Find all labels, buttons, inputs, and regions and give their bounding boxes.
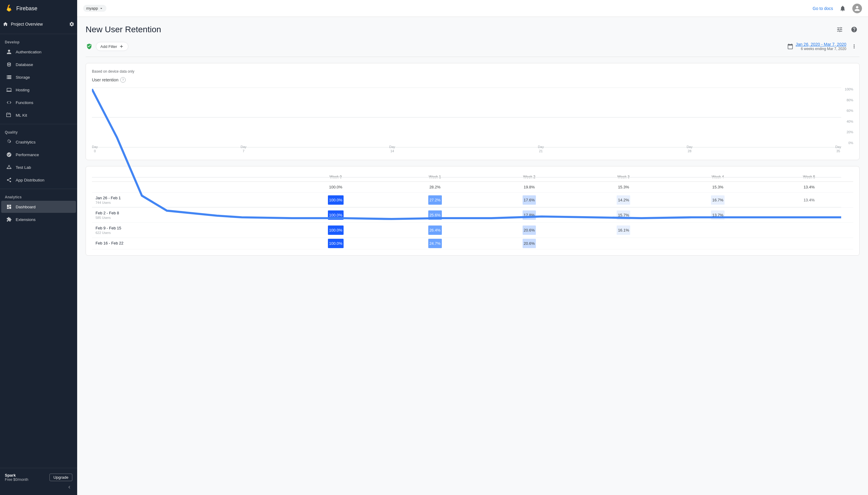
row-label-4: Feb 16 - Feb 22	[92, 238, 283, 249]
ml-icon	[6, 112, 12, 118]
topbar: myapp Go to docs	[77, 0, 868, 17]
plan-cost: Free $0/month	[5, 478, 28, 482]
project-name: myapp	[86, 6, 98, 11]
sidebar-item-performance-label: Performance	[16, 153, 39, 157]
sidebar-item-database[interactable]: Database	[1, 58, 76, 70]
sidebar-divider-2	[0, 124, 77, 124]
row4-week5	[765, 238, 853, 249]
more-vert-icon	[851, 44, 857, 49]
functions-icon	[6, 100, 12, 105]
sidebar-item-authentication-label: Authentication	[16, 50, 41, 54]
date-more-options-button[interactable]	[849, 41, 860, 52]
testlab-icon	[6, 164, 12, 170]
hosting-icon	[6, 87, 12, 93]
retention-chart: 0% 20% 40% 60% 80% 100%	[92, 87, 853, 154]
page-title-row: New User Retention	[86, 24, 860, 35]
sidebar-item-functions[interactable]: Functions	[1, 97, 76, 108]
sidebar-item-mlkit-label: ML Kit	[16, 113, 27, 118]
help-button[interactable]	[849, 24, 860, 35]
chart-y-labels: 0% 20% 40% 60% 80% 100%	[841, 87, 853, 145]
develop-section-label: Develop	[0, 36, 77, 46]
sidebar-item-testlab[interactable]: Test Lab	[1, 161, 76, 173]
main-content: myapp Go to docs New User Retention	[77, 0, 868, 495]
dashboard-icon	[6, 204, 12, 210]
topbar-left: myapp	[83, 5, 106, 12]
sidebar-item-extensions[interactable]: Extensions	[1, 214, 76, 225]
sidebar-divider-3	[0, 189, 77, 189]
storage-icon	[6, 74, 12, 80]
person-icon	[6, 49, 12, 55]
sidebar: Firebase Project Overview Develop Authen…	[0, 0, 77, 495]
help-icon	[851, 26, 857, 33]
y-label-0: 0%	[841, 141, 853, 145]
sidebar-item-storage[interactable]: Storage	[1, 71, 76, 83]
sidebar-item-crashlytics[interactable]: Crashlytics	[1, 136, 76, 148]
retention-chart-card: Based on device data only User retention…	[86, 63, 860, 160]
add-filter-button[interactable]: Add Filter	[96, 42, 128, 51]
collapse-sidebar-icon[interactable]	[66, 484, 72, 490]
chevron-down-icon	[99, 6, 103, 11]
sidebar-item-dashboard-label: Dashboard	[16, 205, 36, 209]
chart-help-icon[interactable]: ?	[120, 77, 126, 83]
sidebar-item-hosting-label: Hosting	[16, 88, 30, 92]
sidebar-item-storage-label: Storage	[16, 75, 30, 80]
add-icon	[119, 44, 124, 49]
x-label-day7: Day7	[241, 145, 246, 154]
row4-week1: 24.7%	[388, 238, 482, 249]
app-title: Firebase	[16, 5, 37, 12]
shield-check-icon	[86, 43, 93, 50]
row4-week3	[576, 238, 671, 249]
sidebar-item-performance[interactable]: Performance	[1, 149, 76, 161]
appdist-icon	[6, 177, 12, 183]
row4-week2: 20.6%	[482, 238, 576, 249]
sidebar-item-dashboard[interactable]: Dashboard	[1, 201, 76, 213]
row4-week0: 100.0%	[283, 238, 388, 249]
sidebar-item-appdistribution-label: App Distribution	[16, 178, 44, 182]
performance-icon	[6, 152, 12, 158]
crash-icon	[6, 139, 12, 145]
notifications-icon[interactable]	[838, 4, 848, 13]
user-avatar[interactable]	[852, 4, 862, 13]
analytics-section-label: Analytics	[0, 191, 77, 201]
calendar-icon	[787, 44, 793, 49]
sidebar-item-mlkit[interactable]: ML Kit	[1, 109, 76, 121]
table-row: Feb 16 - Feb 22 100.0% 24.7% 20.6%	[92, 238, 853, 249]
settings-icon[interactable]	[69, 21, 75, 27]
database-icon	[6, 62, 12, 68]
sidebar-item-crashlytics-label: Crashlytics	[16, 140, 36, 144]
row4-week4	[671, 238, 765, 249]
filter-left: Add Filter	[86, 42, 128, 51]
y-label-100: 100%	[841, 87, 853, 91]
chart-x-labels: Day0 Day7 Day14 Day21 Day28 Day35	[92, 145, 841, 154]
sidebar-item-appdistribution[interactable]: App Distribution	[1, 174, 76, 186]
y-label-40: 40%	[841, 120, 853, 123]
sidebar-item-testlab-label: Test Lab	[16, 165, 31, 170]
chart-title: User retention	[92, 78, 119, 82]
page-title-actions	[834, 24, 860, 35]
plan-name: Spark	[5, 473, 28, 478]
filter-settings-button[interactable]	[834, 24, 845, 35]
x-label-day14: Day14	[389, 145, 395, 154]
sidebar-item-database-label: Database	[16, 63, 33, 67]
date-range-text[interactable]: Jan 26, 2020 - Mar 7, 2020	[796, 42, 846, 47]
date-range-sub: 6 weeks ending Mar 7, 2020	[796, 47, 846, 51]
topbar-right: Go to docs	[813, 4, 862, 13]
x-label-day28: Day28	[687, 145, 693, 154]
page-content: New User Retention Add Filter	[77, 17, 868, 495]
upgrade-button[interactable]: Upgrade	[49, 474, 72, 481]
sidebar-item-authentication[interactable]: Authentication	[1, 46, 76, 58]
sidebar-item-extensions-label: Extensions	[16, 217, 36, 222]
home-icon	[2, 21, 8, 27]
chart-note: Based on device data only	[92, 69, 853, 73]
x-label-day35: Day35	[835, 145, 841, 154]
filter-right: Jan 26, 2020 - Mar 7, 2020 6 weeks endin…	[787, 41, 860, 52]
y-label-80: 80%	[841, 98, 853, 102]
sidebar-item-hosting[interactable]: Hosting	[1, 84, 76, 96]
sidebar-item-functions-label: Functions	[16, 100, 33, 105]
project-overview-item[interactable]: Project Overview	[0, 17, 77, 31]
x-label-day21: Day21	[538, 145, 544, 154]
project-chip[interactable]: myapp	[83, 5, 106, 12]
page-title: New User Retention	[86, 25, 161, 34]
go-to-docs-link[interactable]: Go to docs	[813, 6, 833, 11]
filter-sliders-icon	[836, 26, 843, 33]
